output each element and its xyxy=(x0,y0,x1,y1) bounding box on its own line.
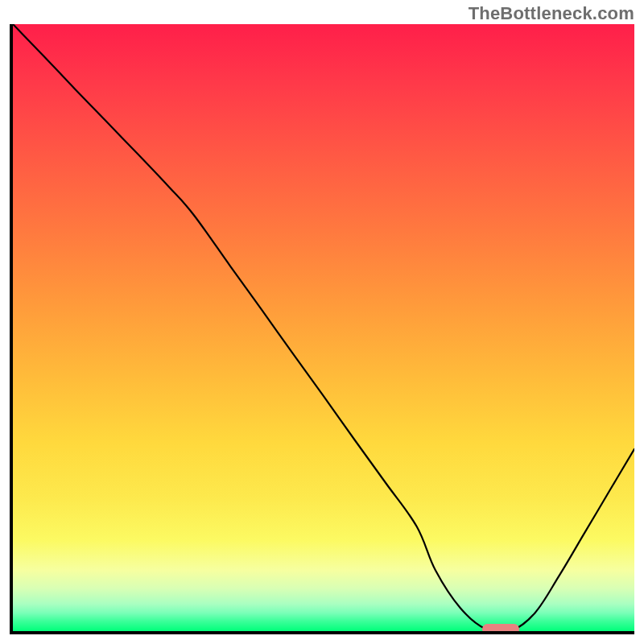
plot-area xyxy=(10,24,634,634)
chart-frame: TheBottleneck.com xyxy=(0,0,644,644)
watermark-label: TheBottleneck.com xyxy=(469,3,634,24)
bottleneck-curve xyxy=(13,24,634,631)
minimum-marker xyxy=(482,624,519,634)
